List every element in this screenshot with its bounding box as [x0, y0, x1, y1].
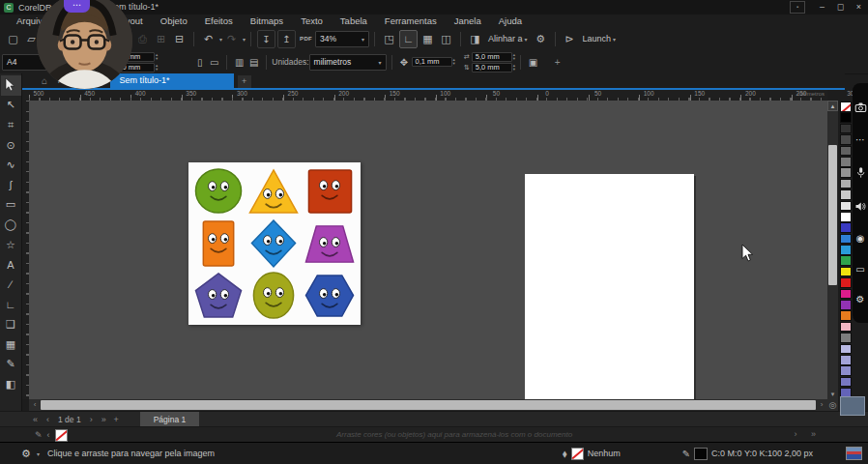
new-document-icon[interactable]: ▢ — [5, 31, 21, 47]
restore-button[interactable]: ◻ — [831, 0, 850, 14]
palette-swatch[interactable] — [840, 134, 852, 145]
width-stepper[interactable]: ▴▾ — [156, 53, 158, 61]
palette-swatch[interactable] — [840, 234, 852, 245]
scroll-up-icon[interactable]: ▴ — [827, 101, 838, 111]
print-icon[interactable]: ⎙ — [134, 31, 151, 47]
dimension-tool[interactable]: ∕ — [1, 275, 21, 295]
minimize-button[interactable]: – — [813, 0, 831, 14]
palette-swatch[interactable] — [840, 179, 852, 189]
fullscreen-icon[interactable]: ◳ — [381, 31, 397, 47]
palette-swatch[interactable] — [840, 267, 852, 277]
connector-tool[interactable]: ∟ — [1, 295, 21, 315]
palette-swatch[interactable] — [840, 377, 852, 388]
menu-efeitos[interactable]: Efeitos — [196, 15, 242, 26]
outline-pen-icon[interactable]: ✎ — [682, 449, 690, 459]
rulers-icon[interactable]: ∟ — [399, 30, 418, 48]
palette-swatch[interactable] — [840, 300, 852, 310]
pick-tool[interactable] — [1, 75, 21, 96]
interactive-fill-tool[interactable]: ◧ — [1, 374, 21, 394]
first-page-button[interactable]: « — [29, 415, 42, 424]
duplicate-y-field[interactable]: 5,0 mm — [472, 63, 512, 72]
launch-dropdown[interactable]: Launch▾ — [579, 34, 621, 44]
more-options-icon[interactable]: ⋯ — [855, 135, 865, 145]
last-page-button[interactable]: » — [98, 415, 110, 424]
zoom-level-select[interactable]: 34%▾ — [315, 31, 369, 47]
vscroll-thumb[interactable] — [828, 145, 837, 285]
vertical-scrollbar[interactable]: ▴ ▾ — [827, 101, 838, 399]
menu-bitmaps[interactable]: Bitmaps — [242, 15, 292, 26]
redo-caret[interactable]: ▾ — [243, 36, 246, 43]
palette-scroll-left-icon[interactable]: ‹ — [47, 430, 50, 440]
menu-ajuda[interactable]: Ajuda — [490, 15, 531, 26]
microphone-icon[interactable] — [855, 166, 866, 181]
landscape-orientation-icon[interactable]: ▭ — [207, 55, 221, 70]
settings-gear-icon[interactable]: ⚙ — [856, 295, 865, 304]
color-settings-icon[interactable]: ◨ — [467, 31, 483, 47]
menu-ferramentas[interactable]: Ferramentas — [376, 15, 446, 26]
palette-swatch[interactable] — [840, 222, 852, 233]
undo-caret[interactable]: ▾ — [219, 36, 222, 43]
close-button[interactable]: × — [850, 0, 868, 14]
current-page-icon[interactable]: ▤ — [246, 55, 261, 70]
palette-swatch[interactable] — [840, 189, 852, 200]
crop-tool[interactable]: ⌗ — [1, 115, 21, 135]
menu-janela[interactable]: Janela — [446, 15, 490, 26]
nudge-field[interactable]: 0,1 mm — [412, 57, 452, 67]
treat-as-filled-icon[interactable]: ▣ — [526, 55, 540, 70]
palette-swatch[interactable] — [840, 201, 852, 212]
palette-swatch[interactable] — [840, 245, 852, 255]
portrait-orientation-icon[interactable]: ▯ — [192, 55, 207, 70]
grid-icon[interactable]: ▦ — [420, 31, 436, 47]
palette-swatch[interactable] — [840, 124, 852, 134]
scroll-down-icon[interactable]: ▾ — [827, 389, 838, 399]
titlebar-extra-icon[interactable]: ▪ — [790, 1, 805, 14]
height-stepper[interactable]: ▴▾ — [156, 64, 158, 72]
undo-icon[interactable]: ↶ — [200, 31, 217, 47]
palette-no-fill[interactable] — [840, 102, 852, 112]
nudge-stepper[interactable]: ▴▾ — [453, 58, 455, 66]
palette-swatch[interactable] — [840, 344, 852, 355]
drop-shadow-tool[interactable]: ❑ — [1, 314, 21, 334]
add-control-icon[interactable]: + — [550, 55, 564, 70]
drawing-canvas[interactable] — [29, 101, 827, 399]
options-gear-icon[interactable]: ⚙ — [533, 31, 549, 47]
palette-swatch[interactable] — [840, 157, 852, 167]
paste-icon[interactable]: ⊟ — [171, 31, 188, 47]
dup-y-stepper[interactable]: ▴▾ — [513, 64, 515, 72]
palette-swatch[interactable] — [840, 333, 852, 343]
fill-no-fill-swatch[interactable] — [571, 448, 584, 460]
palette-swatch[interactable] — [840, 365, 852, 376]
doc-palette-no-fill-swatch[interactable] — [55, 429, 68, 442]
align-to-dropdown[interactable]: Alinhar a▾ — [484, 34, 532, 44]
text-tool[interactable]: A — [1, 254, 21, 275]
transparency-tool[interactable]: ▦ — [1, 334, 21, 355]
palette-swatch[interactable] — [840, 277, 852, 288]
palette-swatch[interactable] — [840, 255, 852, 266]
rectangle-tool[interactable]: ▭ — [1, 195, 21, 216]
guidelines-icon[interactable]: ◫ — [438, 31, 454, 47]
artistic-media-tool[interactable]: ʃ — [1, 175, 21, 195]
menu-objeto[interactable]: Objeto — [152, 15, 196, 26]
speaker-icon[interactable] — [854, 201, 866, 214]
palette-swatch[interactable] — [840, 146, 852, 157]
scroll-right-icon[interactable]: › — [816, 399, 827, 411]
add-page-button[interactable]: + — [110, 415, 123, 424]
navigator-thumbnail[interactable] — [840, 396, 865, 416]
units-select[interactable]: milimetros ▾ — [309, 54, 387, 71]
fill-bucket-icon[interactable]: ⬧ — [563, 448, 567, 460]
menu-texto[interactable]: Texto — [292, 15, 332, 26]
launch-app-icon[interactable]: ⊳ — [562, 31, 578, 47]
palette-swatch[interactable] — [840, 212, 852, 222]
next-page-button[interactable]: › — [85, 415, 98, 424]
import-icon[interactable]: ↧ — [257, 30, 275, 48]
palette-swatch[interactable] — [840, 322, 852, 333]
eyedropper-tool[interactable]: ✎ — [1, 354, 21, 374]
palette-swatch[interactable] — [840, 289, 852, 300]
doc-palette-arrows[interactable]: › » — [794, 429, 822, 439]
scroll-left-icon[interactable]: ‹ — [29, 399, 41, 411]
copy-icon[interactable]: ⊞ — [153, 31, 169, 47]
document-page[interactable] — [525, 174, 694, 399]
shape-tool[interactable]: ↖ — [1, 96, 21, 116]
all-pages-icon[interactable]: ▥ — [232, 55, 246, 70]
pdf-icon[interactable]: PDF — [298, 31, 314, 47]
